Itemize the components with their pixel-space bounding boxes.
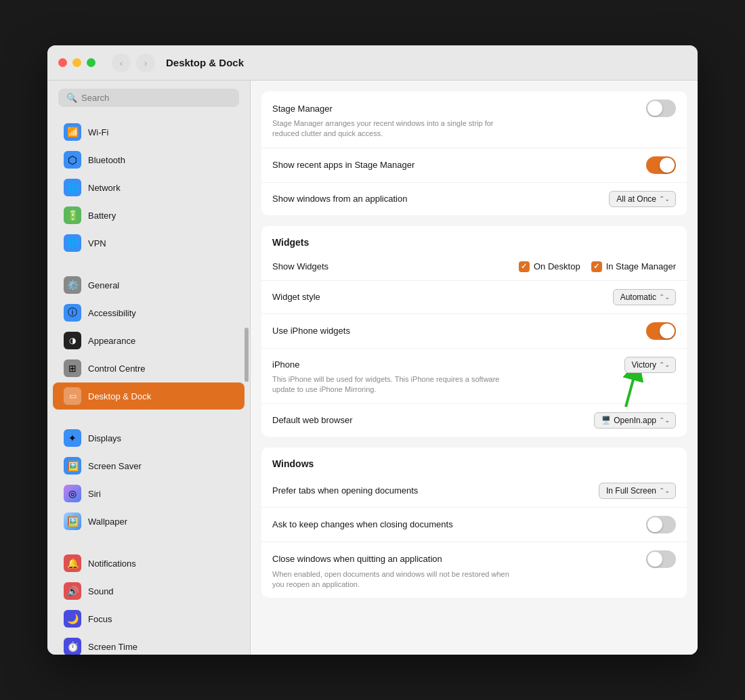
window-title: Desktop & Dock bbox=[166, 57, 244, 68]
sidebar-item-label: Siri bbox=[88, 489, 101, 499]
sound-icon: 🔊 bbox=[64, 582, 81, 600]
sidebar-item-control-centre[interactable]: ⊞ Control Centre bbox=[53, 355, 244, 382]
sidebar-item-notifications[interactable]: 🔔 Notifications bbox=[53, 550, 244, 577]
iphone-label: iPhone bbox=[272, 359, 299, 370]
main-content: Stage Manager Stage Manager arranges you… bbox=[251, 81, 698, 655]
widget-style-row: Widget style Automatic ⌃⌄ bbox=[261, 281, 687, 314]
content-area: 🔍 📶 Wi-Fi ⬡ Bluetooth 🌐 Network � bbox=[47, 81, 698, 655]
close-windows-label: Close windows when quitting an applicati… bbox=[272, 554, 442, 564]
sidebar-item-battery[interactable]: 🔋 Battery bbox=[53, 202, 244, 229]
displays-icon: ✦ bbox=[64, 429, 81, 447]
iphone-value: Victory bbox=[632, 360, 656, 370]
prefer-tabs-select[interactable]: In Full Screen ⌃⌄ bbox=[599, 483, 676, 499]
stage-manager-row-top: Stage Manager bbox=[272, 100, 676, 117]
maximize-button[interactable] bbox=[87, 58, 95, 67]
checkbox-on-desktop: ✓ bbox=[519, 261, 530, 272]
default-browser-select[interactable]: 🖥️ OpenIn.app ⌃⌄ bbox=[594, 412, 676, 429]
use-iphone-widgets-label: Use iPhone widgets bbox=[272, 326, 350, 336]
sidebar-item-network[interactable]: 🌐 Network bbox=[53, 174, 244, 201]
sidebar-item-label: Screen Time bbox=[88, 642, 137, 652]
sidebar-item-desktop-dock[interactable]: ▭ Desktop & Dock bbox=[53, 382, 244, 410]
minimize-button[interactable] bbox=[72, 58, 81, 67]
toggle-knob bbox=[647, 101, 662, 116]
nav-buttons: ‹ › bbox=[112, 53, 155, 72]
show-windows-select[interactable]: All at Once ⌃⌄ bbox=[609, 191, 676, 207]
accessibility-icon: ⓘ bbox=[64, 304, 81, 322]
sidebar-item-displays[interactable]: ✦ Displays bbox=[53, 424, 244, 452]
widget-style-label: Widget style bbox=[272, 292, 320, 302]
traffic-lights bbox=[58, 58, 95, 67]
appearance-icon: ◑ bbox=[64, 332, 81, 349]
show-windows-label: Show windows from an application bbox=[272, 194, 407, 204]
search-bar[interactable]: 🔍 bbox=[58, 89, 239, 107]
sidebar-item-label: Sound bbox=[88, 586, 114, 596]
scrollbar-track bbox=[244, 114, 249, 648]
show-recent-apps-toggle[interactable] bbox=[646, 156, 676, 174]
vpn-icon: 🌐 bbox=[64, 234, 81, 252]
screen-saver-icon: 🖼️ bbox=[64, 457, 81, 475]
sidebar-item-wifi[interactable]: 📶 Wi-Fi bbox=[53, 118, 244, 146]
battery-icon: 🔋 bbox=[64, 206, 81, 224]
show-widgets-label: Show Widgets bbox=[272, 261, 328, 271]
sidebar-item-sound[interactable]: 🔊 Sound bbox=[53, 577, 244, 605]
sidebar-item-label: Wi-Fi bbox=[88, 127, 108, 137]
sidebar-item-label: Bluetooth bbox=[88, 155, 125, 165]
sidebar-item-screen-saver[interactable]: 🖼️ Screen Saver bbox=[53, 452, 244, 479]
widgets-section: Widgets Show Widgets ✓ On Desktop ✓ In S… bbox=[261, 226, 687, 437]
search-input[interactable] bbox=[81, 93, 231, 103]
in-stage-manager-checkbox[interactable]: ✓ In Stage Manager bbox=[591, 261, 676, 272]
chevron-icon: ⌃⌄ bbox=[659, 416, 670, 424]
default-browser-value: OpenIn.app bbox=[614, 416, 656, 425]
widget-style-select[interactable]: Automatic ⌃⌄ bbox=[613, 289, 676, 305]
forward-button[interactable]: › bbox=[136, 53, 155, 72]
widget-style-value: Automatic bbox=[620, 292, 656, 302]
stage-manager-section: Stage Manager Stage Manager arranges you… bbox=[261, 91, 687, 215]
sidebar-item-bluetooth[interactable]: ⬡ Bluetooth bbox=[53, 146, 244, 173]
prefer-tabs-label: Prefer tabs when opening documents bbox=[272, 485, 418, 496]
focus-icon: 🌙 bbox=[64, 610, 81, 628]
sidebar-item-siri[interactable]: ◎ Siri bbox=[53, 480, 244, 507]
show-widgets-row: Show Widgets ✓ On Desktop ✓ In Stage Man… bbox=[261, 253, 687, 281]
in-stage-manager-label: In Stage Manager bbox=[606, 261, 676, 271]
iphone-select[interactable]: Victory ⌃⌄ bbox=[624, 357, 676, 373]
scrollbar-thumb[interactable] bbox=[244, 328, 249, 382]
sidebar-item-screen-time[interactable]: ⏱️ Screen Time bbox=[53, 633, 244, 655]
sidebar-item-label: Network bbox=[88, 183, 121, 193]
iphone-row: iPhone Victory ⌃⌄ This iPhone will be us… bbox=[261, 349, 687, 404]
ask-keep-changes-toggle[interactable] bbox=[646, 516, 676, 533]
on-desktop-checkbox[interactable]: ✓ On Desktop bbox=[519, 261, 580, 272]
sidebar-item-focus[interactable]: 🌙 Focus bbox=[53, 605, 244, 632]
search-icon: 🔍 bbox=[66, 93, 77, 103]
sidebar-item-label: Control Centre bbox=[88, 364, 146, 374]
notifications-icon: 🔔 bbox=[64, 554, 81, 572]
sidebar-item-wallpaper[interactable]: 🖼️ Wallpaper bbox=[53, 508, 244, 535]
sidebar-item-label: Accessibility bbox=[88, 308, 136, 318]
sidebar-item-label: Notifications bbox=[88, 559, 136, 569]
prefer-tabs-value: In Full Screen bbox=[606, 486, 656, 496]
widgets-section-title: Widgets bbox=[261, 226, 687, 253]
sidebar-group-display: ✦ Displays 🖼️ Screen Saver ◎ Siri 🖼️ Wal… bbox=[47, 421, 250, 538]
sidebar-item-appearance[interactable]: ◑ Appearance bbox=[53, 327, 244, 354]
sidebar-item-accessibility[interactable]: ⓘ Accessibility bbox=[53, 299, 244, 326]
stage-manager-toggle[interactable] bbox=[646, 100, 676, 117]
widget-checkboxes: ✓ On Desktop ✓ In Stage Manager bbox=[519, 261, 676, 272]
windows-section: Windows Prefer tabs when opening documen… bbox=[261, 447, 687, 598]
default-browser-row: Default web browser 🖥️ OpenIn.app ⌃⌄ bbox=[261, 404, 687, 437]
sidebar-item-label: General bbox=[88, 280, 119, 290]
show-recent-apps-row: Show recent apps in Stage Manager bbox=[261, 148, 687, 183]
close-windows-toggle[interactable] bbox=[646, 550, 676, 568]
close-button[interactable] bbox=[58, 58, 67, 67]
checkbox-in-stage-manager: ✓ bbox=[591, 261, 602, 272]
windows-section-title: Windows bbox=[261, 447, 687, 475]
chevron-icon: ⌃⌄ bbox=[659, 293, 670, 301]
back-button[interactable]: ‹ bbox=[112, 53, 131, 72]
general-icon: ⚙️ bbox=[64, 276, 81, 294]
sidebar-item-label: Wallpaper bbox=[88, 517, 127, 527]
show-windows-value: All at Once bbox=[616, 194, 656, 204]
sidebar-item-vpn[interactable]: 🌐 VPN bbox=[53, 229, 244, 257]
ask-keep-changes-row: Ask to keep changes when closing documen… bbox=[261, 508, 687, 542]
sidebar-item-general[interactable]: ⚙️ General bbox=[53, 271, 244, 299]
chevron-icon: ⌃⌄ bbox=[659, 487, 670, 494]
use-iphone-widgets-row: Use iPhone widgets bbox=[261, 314, 687, 349]
use-iphone-widgets-toggle[interactable] bbox=[646, 322, 676, 340]
